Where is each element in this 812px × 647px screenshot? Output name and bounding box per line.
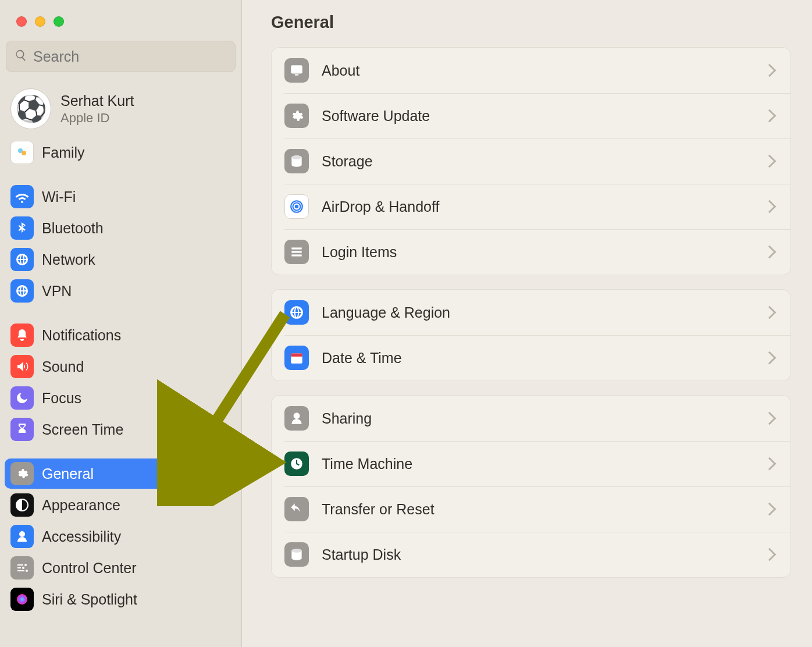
row-storage[interactable]: Storage [272, 138, 790, 184]
sidebar-item-siri[interactable]: Siri & Spotlight [5, 584, 237, 614]
settings-group: AboutSoftware UpdateStorageAirDrop & Han… [271, 47, 791, 275]
svg-point-3 [24, 564, 27, 566]
chevron-right-icon [763, 64, 777, 77]
sidebar-item-sound[interactable]: Sound [5, 351, 237, 382]
family-icon [10, 141, 34, 164]
row-label: Storage [322, 153, 752, 170]
row-login[interactable]: Login Items [272, 229, 790, 275]
speaker-icon [10, 355, 34, 378]
siri-icon [10, 588, 34, 611]
row-sharing[interactable]: Sharing [272, 396, 790, 441]
chevron-right-icon [763, 548, 777, 561]
chevron-right-icon [763, 503, 777, 516]
sidebar-item-label: Notifications [42, 327, 121, 344]
sidebar-item-label: Siri & Spotlight [42, 591, 137, 608]
chevron-right-icon [763, 412, 777, 425]
chevron-right-icon [763, 351, 777, 365]
sidebar-item-label: Focus [42, 390, 81, 407]
svg-point-6 [17, 594, 27, 605]
settings-group: Language & RegionDate & Time [271, 289, 791, 381]
svg-point-1 [22, 151, 26, 155]
row-label: Transfer or Reset [322, 501, 752, 518]
chevron-right-icon [763, 109, 777, 123]
account-subtitle: Apple ID [60, 111, 134, 126]
row-language[interactable]: Language & Region [272, 290, 790, 335]
sidebar-item-label: Screen Time [42, 421, 123, 438]
row-label: Sharing [322, 410, 752, 427]
bluetooth-icon [10, 216, 34, 240]
sidebar-item-general[interactable]: General [5, 458, 237, 489]
row-label: Software Update [322, 108, 752, 125]
chevron-right-icon [763, 457, 777, 471]
person-icon [10, 525, 34, 548]
sidebar-item-label: Sound [42, 358, 84, 375]
clock-icon [284, 452, 309, 476]
sidebar-item-screentime[interactable]: Screen Time [5, 414, 237, 445]
main-content: General AboutSoftware UpdateStorageAirDr… [242, 0, 812, 647]
disk-icon [284, 149, 309, 173]
row-tm[interactable]: Time Machine [272, 441, 790, 486]
search-icon [15, 49, 27, 64]
svg-rect-17 [291, 353, 302, 356]
sidebar-item-label: Network [42, 251, 95, 268]
sidebar-list: FamilyWi-FiBluetoothNetworkVPNNotificati… [3, 137, 238, 627]
chevron-right-icon [763, 306, 777, 319]
maximize-window-button[interactable] [54, 16, 64, 27]
hourglass-icon [10, 418, 34, 441]
sidebar-item-family[interactable]: Family [5, 137, 237, 168]
row-update[interactable]: Software Update [272, 93, 790, 138]
svg-rect-15 [291, 254, 301, 256]
svg-point-10 [295, 205, 299, 209]
sidebar-item-accessibility[interactable]: Accessibility [5, 521, 237, 552]
close-window-button[interactable] [16, 16, 27, 27]
sidebar-item-label: VPN [42, 283, 72, 300]
minimize-window-button[interactable] [35, 16, 45, 27]
row-transfer[interactable]: Transfer or Reset [272, 486, 790, 532]
chevron-right-icon [763, 246, 777, 259]
sidebar-item-vpn[interactable]: VPN [5, 276, 237, 306]
display-icon [284, 58, 309, 83]
gear-icon [10, 462, 34, 485]
sidebar-item-label: General [42, 465, 94, 482]
sidebar-item-bluetooth[interactable]: Bluetooth [5, 213, 237, 243]
row-airdrop[interactable]: AirDrop & Handoff [272, 184, 790, 229]
row-label: AirDrop & Handoff [322, 198, 752, 215]
sidebar-item-wifi[interactable]: Wi-Fi [5, 182, 237, 212]
gear-icon [284, 104, 309, 128]
sidebar-item-controlcenter[interactable]: Control Center [5, 553, 237, 583]
disk-icon [284, 542, 309, 567]
svg-rect-7 [291, 65, 302, 73]
globe-icon [284, 300, 309, 325]
avatar: ⚽ [10, 88, 51, 129]
globe-icon [10, 279, 34, 303]
sidebar-item-apple-id[interactable]: ⚽ Serhat Kurt Apple ID [3, 84, 238, 136]
search-input[interactable] [33, 48, 227, 65]
row-about[interactable]: About [272, 48, 790, 93]
airdrop-icon [284, 194, 309, 219]
list-icon [284, 240, 309, 264]
settings-group: SharingTime MachineTransfer or ResetStar… [271, 395, 791, 578]
moon-icon [10, 386, 34, 410]
svg-point-19 [291, 549, 301, 553]
row-label: Startup Disk [322, 546, 752, 563]
svg-rect-13 [291, 247, 301, 249]
chevron-right-icon [763, 155, 777, 168]
row-datetime[interactable]: Date & Time [272, 335, 790, 381]
sidebar-item-focus[interactable]: Focus [5, 383, 237, 413]
row-label: Time Machine [322, 456, 752, 472]
sidebar-item-appearance[interactable]: Appearance [5, 490, 237, 520]
window-controls [3, 0, 238, 41]
sidebar-item-notifications[interactable]: Notifications [5, 320, 237, 350]
person-icon [284, 406, 309, 431]
avatar-icon: ⚽ [15, 94, 47, 124]
row-label: Login Items [322, 244, 752, 261]
bell-icon [10, 324, 34, 347]
sidebar-item-label: Family [42, 144, 85, 161]
row-startup[interactable]: Startup Disk [272, 532, 790, 577]
sidebar-item-label: Control Center [42, 560, 137, 577]
svg-point-9 [291, 155, 301, 159]
sidebar-item-label: Appearance [42, 497, 120, 514]
search-field[interactable] [6, 41, 236, 72]
sidebar-item-label: Accessibility [42, 528, 121, 545]
sidebar-item-network[interactable]: Network [5, 244, 237, 275]
